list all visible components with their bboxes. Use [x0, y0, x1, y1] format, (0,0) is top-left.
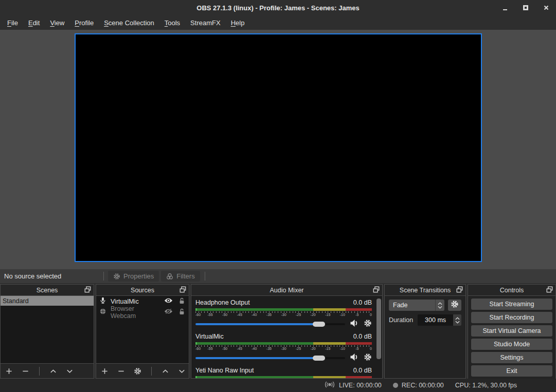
slider-handle[interactable] [313, 322, 325, 327]
source-properties-button[interactable] [134, 367, 141, 375]
meter-tick-labels: -60-55-50-45-40-35-30-25-20-15-10-50 [195, 347, 372, 351]
tick-label: -30 [281, 313, 286, 316]
lock-open-icon[interactable] [178, 297, 185, 306]
volume-slider[interactable] [195, 353, 345, 363]
tick-label: -35 [266, 347, 272, 350]
settings-button[interactable]: Settings [471, 352, 552, 363]
menu-edit[interactable]: Edit [23, 17, 45, 29]
speaker-icon[interactable] [350, 353, 359, 363]
exit-button[interactable]: Exit [471, 365, 552, 377]
scene-transitions-dock: Scene Transitions Fade Duration 300 ms [384, 284, 466, 379]
popout-icon[interactable] [373, 286, 380, 293]
transition-properties-button[interactable] [448, 300, 461, 311]
mixer-channel: Headphone Output0.0 dB-60-55-50-45-40-35… [195, 298, 372, 329]
program-canvas[interactable] [75, 33, 482, 262]
toolbar-separator [103, 272, 104, 281]
volume-slider[interactable] [195, 320, 345, 329]
close-button[interactable] [543, 4, 550, 11]
menu-help[interactable]: Help [226, 17, 250, 29]
remove-scene-button[interactable] [22, 367, 29, 375]
popout-icon[interactable] [180, 286, 186, 293]
menu-profile[interactable]: Profile [69, 17, 99, 29]
start-recording-button[interactable]: Start Recording [471, 312, 552, 323]
transition-select[interactable]: Fade [389, 300, 444, 311]
tick-label: 0 [370, 313, 372, 316]
popout-icon[interactable] [84, 286, 91, 293]
slider-fill [195, 357, 324, 359]
mixer-channel-name: VirtualMic [195, 333, 224, 340]
duration-spinbox[interactable]: 300 ms [418, 314, 461, 326]
tick-label: -60 [195, 347, 201, 350]
tick-label: -40 [252, 347, 257, 350]
gear-icon [113, 273, 120, 280]
filter-icon [166, 273, 173, 280]
broadcast-icon [324, 381, 335, 390]
add-scene-button[interactable] [5, 367, 13, 375]
sources-dock-header: Sources [96, 285, 189, 295]
visibility-eye-slash-icon[interactable] [164, 308, 173, 316]
minimize-button[interactable] [501, 4, 509, 11]
sources-toolbar [96, 363, 189, 378]
move-source-up-button[interactable] [162, 367, 169, 375]
spinbox-arrow-icons[interactable] [453, 314, 461, 326]
menu-view[interactable]: View [45, 17, 69, 29]
tick-label: -10 [340, 347, 345, 350]
scene-item[interactable]: Standard [1, 296, 94, 306]
start-virtual-camera-button[interactable]: Start Virtual Camera [471, 325, 552, 337]
controls-dock: Controls Start StreamingStart RecordingS… [468, 284, 556, 379]
minimize-icon [503, 9, 507, 10]
gear-icon[interactable] [364, 319, 372, 329]
move-source-down-button[interactable] [178, 367, 186, 375]
popout-icon[interactable] [456, 286, 463, 293]
menu-scene-collection[interactable]: Scene Collection [99, 17, 159, 29]
combo-spinner-icons[interactable] [435, 300, 444, 311]
mixer-channel-name: Headphone Output [195, 299, 250, 306]
menu-streamfx[interactable]: StreamFX [185, 17, 226, 29]
menu-tools[interactable]: Tools [159, 17, 185, 29]
meter-peak-indicator [195, 342, 197, 345]
move-scene-up-button[interactable] [49, 367, 57, 375]
gear-icon[interactable] [364, 353, 372, 363]
globe-icon [99, 308, 106, 316]
popout-icon[interactable] [546, 286, 553, 293]
properties-label: Properties [123, 272, 154, 280]
lock-open-icon[interactable] [178, 308, 185, 316]
scrollbar-thumb[interactable] [376, 298, 381, 359]
visibility-eye-icon[interactable] [164, 297, 173, 305]
audio-mixer-body: Headphone Output0.0 dB-60-55-50-45-40-35… [191, 295, 382, 378]
tick-label: -40 [252, 313, 257, 316]
close-icon [544, 3, 549, 12]
scene-transitions-body: Fade Duration 300 ms [385, 295, 465, 378]
maximize-button[interactable] [522, 4, 529, 11]
studio-mode-button[interactable]: Studio Mode [471, 339, 552, 350]
sources-dock: Sources VirtualMicBrowser Webcam [96, 284, 189, 379]
maximize-icon [523, 5, 528, 10]
mixer-scrollbar[interactable] [376, 298, 381, 376]
audio-mixer-dock-title: Audio Mixer [270, 287, 304, 294]
remove-source-button[interactable] [117, 367, 125, 375]
tick-label: -20 [311, 347, 316, 350]
gear-icon [451, 300, 459, 310]
filters-button[interactable]: Filters [161, 271, 200, 282]
scenes-toolbar [1, 363, 94, 378]
mixer-channel-name: Yeti Nano Raw Input [195, 367, 254, 374]
transition-selected-value: Fade [389, 302, 435, 309]
add-source-button[interactable] [101, 367, 109, 375]
tick-label: -50 [222, 347, 227, 350]
scenes-dock-title: Scenes [37, 287, 58, 294]
properties-button[interactable]: Properties [108, 271, 159, 282]
tick-label: -35 [266, 313, 272, 316]
menu-file[interactable]: File [2, 17, 23, 29]
source-item[interactable]: Browser Webcam [96, 307, 189, 318]
preview-area [0, 30, 556, 269]
slider-handle[interactable] [313, 356, 325, 361]
tick-label: -25 [296, 313, 301, 316]
speaker-icon[interactable] [350, 319, 359, 329]
menu-bar: FileEditViewProfileScene CollectionTools… [0, 15, 556, 30]
status-bar: LIVE: 00:00:00 REC: 00:00:00 CPU: 1.2%, … [0, 379, 556, 392]
start-streaming-button[interactable]: Start Streaming [471, 298, 552, 310]
move-scene-down-button[interactable] [66, 367, 74, 375]
tick-label: -45 [237, 313, 242, 316]
tick-label: -15 [325, 313, 330, 316]
toolbar-separator [205, 272, 205, 281]
